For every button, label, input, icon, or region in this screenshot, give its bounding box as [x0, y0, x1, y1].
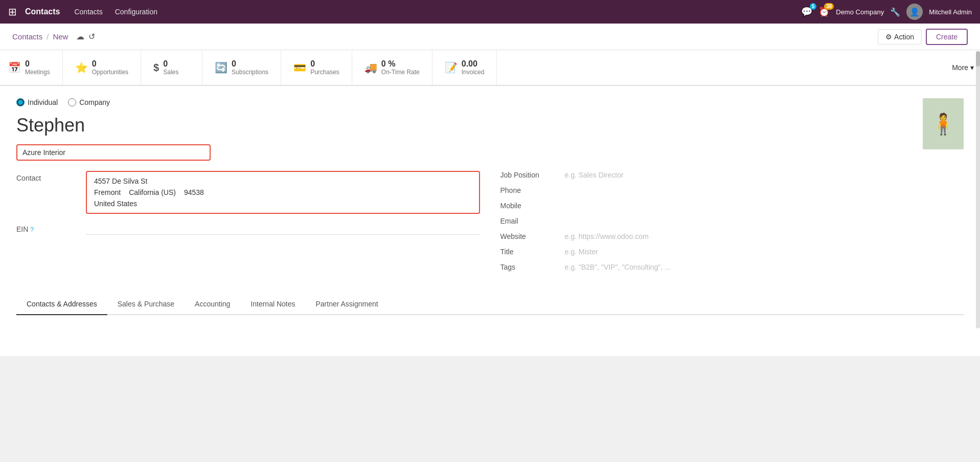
form-area: 🧍 Individual Company Contac — [0, 86, 980, 356]
calendar-icon: 📅 — [8, 61, 21, 74]
opportunities-count: 0 — [92, 59, 128, 69]
contact-name-input[interactable] — [16, 115, 964, 136]
email-row: Email — [500, 217, 964, 225]
address-zip: 94538 — [184, 188, 204, 200]
tab-content-area — [16, 315, 964, 356]
scrollbar[interactable] — [976, 51, 980, 328]
title-input[interactable] — [565, 248, 964, 256]
top-nav: ⊞ Contacts Contacts Configuration 💬 5 ⏰ … — [0, 0, 980, 24]
address-state: California (US) — [129, 188, 176, 196]
stat-ontime[interactable]: 🚚 0 % On-Time Rate — [352, 50, 432, 85]
breadcrumb-icons: ☁ ↺ — [76, 32, 95, 41]
settings-icon[interactable]: 🔧 — [890, 7, 900, 17]
mobile-value — [565, 202, 964, 210]
app-name: Contacts — [25, 7, 60, 16]
create-button[interactable]: Create — [926, 29, 968, 45]
address-box[interactable]: 4557 De Silva St Fremont California (US)… — [86, 171, 480, 214]
avatar[interactable]: 👤 — [906, 4, 923, 20]
grid-icon[interactable]: ⊞ — [8, 6, 17, 18]
individual-radio[interactable] — [16, 98, 25, 106]
ontime-label: On-Time Rate — [381, 69, 420, 76]
breadcrumb-parent[interactable]: Contacts — [12, 32, 42, 41]
address-row2: Fremont California (US) 94538 — [94, 188, 472, 200]
ein-label: EIN ? — [16, 222, 78, 233]
meetings-label: Meetings — [25, 69, 50, 76]
invoiced-label: Invoiced — [462, 69, 485, 76]
tags-label: Tags — [500, 263, 557, 271]
tags-row: Tags — [500, 263, 964, 271]
company-name-wrapper — [16, 144, 211, 161]
tab-internal-notes[interactable]: Internal Notes — [240, 294, 305, 315]
tab-accounting[interactable]: Accounting — [185, 294, 240, 315]
title-row: Title — [500, 248, 964, 256]
purchases-label: Purchases — [310, 69, 339, 76]
sales-count: 0 — [163, 59, 178, 69]
job-position-value — [565, 171, 964, 179]
breadcrumb-sep: / — [47, 32, 49, 41]
stat-opportunities[interactable]: ⭐ 0 Opportunities — [63, 50, 141, 85]
refresh-circle-icon: 🔄 — [215, 61, 227, 74]
company-name: Demo Company — [836, 8, 884, 16]
meetings-count: 0 — [25, 59, 50, 69]
mobile-input[interactable] — [565, 202, 964, 210]
website-row: Website — [500, 232, 964, 240]
scrollbar-thumb[interactable] — [976, 51, 980, 67]
email-input[interactable] — [565, 217, 964, 225]
company-name-input[interactable] — [22, 148, 204, 157]
tab-sales-purchase[interactable]: Sales & Purchase — [107, 294, 185, 315]
contact-field-row: Contact 4557 De Silva St Fremont Califor… — [16, 171, 480, 214]
invoiced-count: 0.00 — [462, 59, 485, 69]
action-label: Action — [894, 33, 914, 41]
ein-input[interactable] — [86, 222, 480, 235]
breadcrumb-current: New — [53, 32, 68, 41]
company-radio[interactable] — [68, 98, 76, 106]
tab-contacts-addresses[interactable]: Contacts & Addresses — [16, 294, 107, 315]
stat-subscriptions[interactable]: 🔄 0 Subscriptions — [202, 50, 281, 85]
stat-purchases[interactable]: 💳 0 Purchases — [281, 50, 352, 85]
job-position-row: Job Position — [500, 171, 964, 179]
nav-configuration[interactable]: Configuration — [115, 8, 157, 16]
address-country: United States — [94, 200, 472, 208]
invoice-icon: 📝 — [445, 61, 458, 74]
cloud-upload-icon[interactable]: ☁ — [76, 32, 84, 41]
credit-card-icon: 💳 — [293, 61, 306, 74]
company-radio-label[interactable]: Company — [68, 98, 110, 106]
ein-help[interactable]: ? — [30, 226, 34, 233]
stat-meetings[interactable]: 📅 0 Meetings — [0, 50, 63, 85]
opportunities-label: Opportunities — [92, 69, 128, 76]
contact-photo[interactable]: 🧍 — [923, 98, 964, 149]
title-value — [565, 248, 964, 256]
nav-right: 💬 5 ⏰ 38 Demo Company 🔧 👤 Mitchell Admin — [801, 4, 972, 20]
truck-icon: 🚚 — [364, 61, 377, 74]
action-button[interactable]: ⚙ Action — [878, 29, 922, 45]
address-city: Fremont — [94, 188, 121, 196]
ein-field-row: EIN ? — [16, 222, 480, 235]
individual-radio-label[interactable]: Individual — [16, 98, 58, 106]
company-label: Company — [79, 98, 110, 106]
activities-badge: 38 — [824, 3, 834, 10]
messages-badge: 5 — [810, 3, 817, 10]
stat-invoiced[interactable]: 📝 0.00 Invoiced — [432, 50, 497, 85]
dollar-icon: $ — [153, 62, 159, 74]
email-value — [565, 217, 964, 225]
phone-input[interactable] — [565, 186, 964, 194]
subscriptions-label: Subscriptions — [232, 69, 268, 76]
website-input[interactable] — [565, 232, 964, 240]
activities-btn[interactable]: ⏰ 38 — [818, 6, 830, 17]
mobile-row: Mobile — [500, 202, 964, 210]
messages-btn[interactable]: 💬 5 — [801, 6, 812, 17]
gear-icon: ⚙ — [885, 33, 892, 41]
contact-type-group: Individual Company — [16, 86, 964, 106]
tab-partner-assignment[interactable]: Partner Assignment — [306, 294, 389, 315]
individual-label: Individual — [28, 98, 58, 106]
address-street: 4557 De Silva St — [94, 177, 472, 185]
refresh-icon[interactable]: ↺ — [88, 32, 95, 41]
title-label: Title — [500, 248, 557, 256]
tags-input[interactable] — [565, 263, 964, 271]
stat-sales[interactable]: $ 0 Sales — [141, 50, 202, 85]
user-name: Mitchell Admin — [929, 8, 972, 16]
more-button[interactable]: More ▾ — [942, 54, 980, 81]
nav-contacts[interactable]: Contacts — [74, 8, 102, 16]
job-position-input[interactable] — [565, 171, 964, 179]
tabs-bar: Contacts & Addresses Sales & Purchase Ac… — [16, 294, 964, 315]
